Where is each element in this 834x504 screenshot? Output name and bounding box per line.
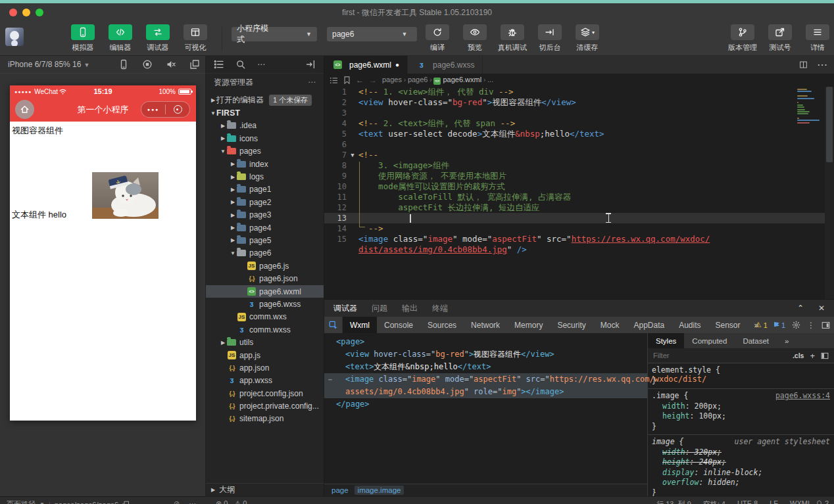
toggle-class-button[interactable]: .cls bbox=[793, 352, 804, 359]
devtools-tab-Console[interactable]: Console bbox=[377, 317, 420, 333]
collapse-sidebar-icon[interactable] bbox=[305, 59, 316, 70]
tree-item-.idea[interactable]: ▶.idea bbox=[206, 120, 324, 132]
tree-item-page6.json[interactable]: {..}page6.json bbox=[206, 272, 324, 285]
stylesheet-link[interactable]: page6.wxss:4 bbox=[775, 391, 830, 401]
tree-item-app.json[interactable]: {..}app.json bbox=[206, 361, 324, 374]
minimap[interactable] bbox=[797, 89, 821, 124]
warning-count-status[interactable]: ⚠ 0 bbox=[234, 499, 247, 504]
devtools-tab-Memory[interactable]: Memory bbox=[507, 317, 550, 333]
devtools-tab-Security[interactable]: Security bbox=[550, 317, 593, 333]
wxml-node[interactable]: <view hover-class="bg-red">视图容器组件</view> bbox=[324, 348, 647, 361]
wxml-crumb-page[interactable]: page bbox=[328, 486, 352, 495]
wxml-node[interactable]: assets/img/0.4cb08bb4.jpg" role="img"></… bbox=[324, 386, 647, 398]
page-path-label[interactable]: 页面路径 bbox=[7, 499, 36, 504]
tree-item-project.config.json[interactable]: {..}project.config.json bbox=[206, 387, 324, 400]
tree-item-page1[interactable]: ▶page1 bbox=[206, 183, 324, 196]
tree-item-FIRST[interactable]: ▼FIRST bbox=[206, 106, 324, 119]
toolbar-button-调试器[interactable]: 调试器 bbox=[142, 24, 174, 53]
devtools-tab-Sources[interactable]: Sources bbox=[420, 317, 464, 333]
mute-icon[interactable] bbox=[166, 59, 176, 70]
editor-tab-page6.wxss[interactable]: ᴣpage6.wxss bbox=[408, 56, 483, 74]
editor-more-icon[interactable]: ⋯ bbox=[817, 58, 827, 71]
device-select[interactable]: iPhone 6/7/8 85% 16▼ bbox=[8, 60, 89, 69]
wxml-node[interactable]: </page> bbox=[324, 398, 647, 411]
toolbar-button-可视化[interactable]: 可视化 bbox=[180, 24, 211, 53]
outline-section[interactable]: ▶ 大纲 bbox=[206, 483, 324, 496]
kebab-menu-icon[interactable]: ⋮ bbox=[807, 321, 815, 330]
flag-count[interactable]: 1 bbox=[774, 321, 785, 329]
tree-item-utils[interactable]: ▶utils bbox=[206, 336, 324, 348]
status-item[interactable]: 行 13, 列 9 bbox=[656, 499, 691, 504]
tree-item-comm.wxss[interactable]: ᴣcomm.wxss bbox=[206, 323, 324, 336]
tree-item-page4[interactable]: ▶page4 bbox=[206, 221, 324, 234]
devtools-tab-AppData[interactable]: AppData bbox=[626, 317, 672, 333]
tree-item-page5[interactable]: ▶page5 bbox=[206, 234, 324, 246]
search-icon[interactable] bbox=[235, 59, 246, 70]
close-panel-icon[interactable]: ✕ bbox=[818, 304, 825, 313]
code-editor[interactable]: 1<!-- 1. <view>组件， 代替 div -->2<view hove… bbox=[324, 87, 834, 299]
record-icon[interactable] bbox=[142, 59, 153, 70]
capsule-button[interactable]: ●●● bbox=[141, 101, 190, 118]
new-rule-icon[interactable]: + bbox=[810, 351, 815, 361]
rotate-device-icon[interactable] bbox=[118, 59, 129, 70]
styles-filter-input[interactable]: Filter bbox=[653, 352, 669, 359]
debugger-tab-问题[interactable]: 问题 bbox=[372, 303, 387, 314]
status-item[interactable]: WXML bbox=[790, 499, 812, 504]
disabled-icon[interactable]: ⊘ bbox=[174, 499, 180, 504]
toolbar-button-编辑器[interactable]: 编辑器 bbox=[105, 24, 136, 53]
toolbar-button-模拟器[interactable]: 模拟器 bbox=[67, 24, 99, 53]
debugger-tab-调试器[interactable]: 调试器 bbox=[333, 303, 357, 314]
gear-icon[interactable] bbox=[792, 321, 800, 329]
bell-icon[interactable] bbox=[816, 500, 823, 504]
mode-select[interactable]: 小程序模式 ▼ bbox=[232, 27, 317, 41]
bookmark-icon[interactable] bbox=[343, 76, 351, 84]
editor-tab-page6.wxml[interactable]: <>page6.wxml● bbox=[324, 56, 408, 74]
styles-tab-Computed[interactable]: Computed bbox=[684, 333, 735, 348]
avatar[interactable] bbox=[5, 28, 24, 46]
debugger-tab-终端[interactable]: 终端 bbox=[432, 303, 448, 314]
tree-item-app.wxss[interactable]: ᴣapp.wxss bbox=[206, 375, 324, 387]
breadcrumb-item[interactable]: page6 bbox=[408, 76, 428, 83]
toolbar-button-编译[interactable]: 编译 bbox=[422, 24, 453, 53]
tree-item-app.js[interactable]: JSapp.js bbox=[206, 349, 324, 361]
toolbar-button-真机调试[interactable]: 真机调试 bbox=[497, 24, 528, 53]
debugger-tab-输出[interactable]: 输出 bbox=[402, 303, 418, 314]
toolbar-button-版本管理[interactable]: 版本管理 bbox=[727, 24, 758, 53]
tree-item-page6.js[interactable]: JSpage6.js bbox=[206, 260, 324, 272]
breadcrumb-item[interactable]: pages bbox=[382, 76, 402, 83]
exit-target-icon[interactable] bbox=[166, 105, 189, 114]
tree-item-page2[interactable]: ▶page2 bbox=[206, 196, 324, 208]
tree-item-index[interactable]: ▶index bbox=[206, 158, 324, 170]
file-list-icon[interactable] bbox=[214, 59, 224, 70]
wxml-node[interactable]: <text>文本组件&nbsp;hello</text> bbox=[324, 361, 647, 373]
tree-item-page6.wxss[interactable]: ᴣpage6.wxss bbox=[206, 298, 324, 310]
pane-toggle-icon[interactable] bbox=[821, 352, 829, 359]
page-select[interactable]: page6 ▼ bbox=[327, 27, 417, 41]
page-path-value[interactable]: pages/page6/page6 bbox=[55, 501, 118, 504]
toolbar-button-测试号[interactable]: 测试号 bbox=[764, 24, 796, 53]
copy-icon[interactable] bbox=[122, 501, 130, 504]
forward-icon[interactable]: → bbox=[369, 76, 377, 85]
devtools-tab-Mock[interactable]: Mock bbox=[593, 317, 627, 333]
warning-count[interactable]: ⚠1 bbox=[755, 321, 768, 329]
tree-item-page6[interactable]: ▼page6 bbox=[206, 247, 324, 260]
home-button[interactable] bbox=[15, 100, 34, 119]
tree-item-page3[interactable]: ▶page3 bbox=[206, 209, 324, 221]
inspect-element-icon[interactable] bbox=[324, 317, 343, 333]
tree-item-comm.wxs[interactable]: JScomm.wxs bbox=[206, 311, 324, 323]
outline-list-icon[interactable] bbox=[330, 77, 338, 84]
toolbar-button-预览[interactable]: 预览 bbox=[459, 24, 491, 53]
breadcrumb-item[interactable]: ... bbox=[487, 76, 493, 83]
tree-item-打开的编辑器[interactable]: ▶打开的编辑器1 个未保存 bbox=[206, 94, 324, 106]
error-count[interactable]: ⊗ 0 bbox=[216, 499, 228, 504]
tree-item-page6.wxml[interactable]: <>page6.wxml bbox=[206, 285, 324, 298]
toolbar-button-详情[interactable]: 详情 bbox=[802, 24, 833, 53]
wxml-node[interactable]: ⋯<image class="image" mode="aspectFit" s… bbox=[324, 373, 647, 386]
wxml-node[interactable]: <page> bbox=[324, 336, 647, 348]
wxml-crumb-image.image[interactable]: image.image bbox=[355, 486, 405, 495]
styles-tab-Styles[interactable]: Styles bbox=[648, 333, 684, 348]
split-editor-icon[interactable] bbox=[799, 60, 808, 69]
styles-tab-Dataset[interactable]: Dataset bbox=[735, 333, 777, 348]
toolbar-button-切后台[interactable]: 切后台 bbox=[534, 24, 566, 53]
editor-scrollbar[interactable] bbox=[825, 87, 834, 299]
